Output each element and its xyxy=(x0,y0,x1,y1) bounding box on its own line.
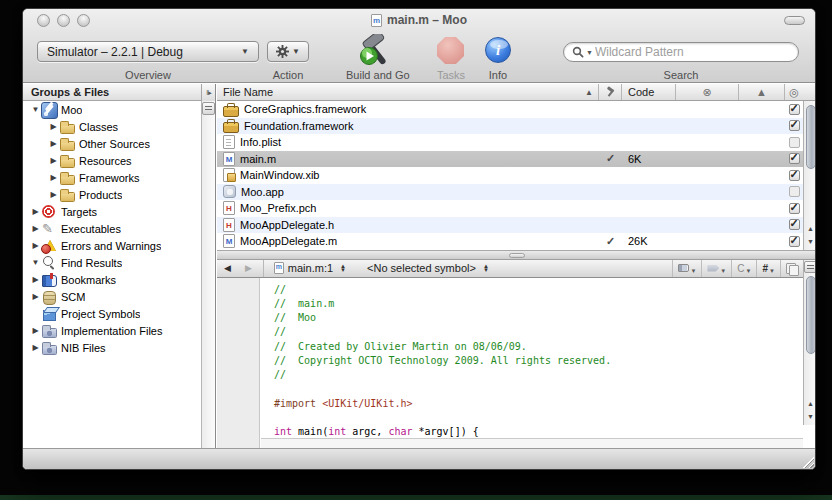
column-warnings[interactable]: ▲ xyxy=(739,84,785,100)
disclosure-triangle[interactable]: ▶ xyxy=(48,122,59,131)
sidebar-item-resources[interactable]: ▶Resources xyxy=(23,152,202,169)
history-back-button[interactable]: ◀ xyxy=(217,263,238,273)
target-membership-checkbox[interactable] xyxy=(789,153,800,164)
scroll-up-arrow[interactable]: ▲ xyxy=(807,397,814,410)
splitter-handle-icon[interactable]: ‖▸ xyxy=(201,84,215,101)
disclosure-triangle[interactable]: ▼ xyxy=(30,105,41,114)
code-size: 6K xyxy=(622,151,676,168)
file-row-info-plist[interactable]: Info.plist xyxy=(217,134,803,151)
sidebar-item-other-sources[interactable]: ▶Other Sources xyxy=(23,135,202,152)
disclosure-triangle[interactable]: ▶ xyxy=(30,207,41,216)
sidebar-item-label: Frameworks xyxy=(79,172,140,184)
action-button[interactable]: ▼ xyxy=(267,41,309,62)
toolbar-toggle-pill[interactable] xyxy=(784,16,805,25)
sidebar-item-moo[interactable]: ▼Moo xyxy=(23,101,202,118)
scroll-up-arrow[interactable]: ▲ xyxy=(807,222,814,235)
info-button[interactable]: i xyxy=(485,37,511,63)
code-size xyxy=(622,118,676,135)
column-build[interactable] xyxy=(599,84,622,100)
column-code[interactable]: Code xyxy=(622,84,676,100)
column-target-membership[interactable]: ◎ xyxy=(785,84,803,100)
file-row-mooappdelegate-m[interactable]: MooAppDelegate.m✓26K xyxy=(217,233,803,250)
sidebar-item-find-results[interactable]: ▼Find Results xyxy=(23,254,202,271)
sidebar-item-classes[interactable]: ▶Classes xyxy=(23,118,202,135)
sidebar-item-scm[interactable]: ▶SCM xyxy=(23,288,202,305)
editor-split-button[interactable] xyxy=(804,261,816,273)
target-membership-checkbox[interactable] xyxy=(789,104,800,115)
symbol-stepper[interactable]: ▲▼ xyxy=(483,264,489,273)
column-errors[interactable]: ⊗ xyxy=(676,84,739,100)
build-checkmark: ✓ xyxy=(606,152,615,165)
search-input[interactable] xyxy=(595,45,790,59)
disclosure-triangle[interactable]: ▶ xyxy=(48,190,59,199)
disclosure-triangle[interactable]: ▶ xyxy=(30,275,41,284)
scrollbar-thumb[interactable] xyxy=(806,276,816,354)
nav-symbol-popup[interactable]: <No selected symbol> xyxy=(367,262,476,274)
file-row-mainwindow-xib[interactable]: MainWindow.xib xyxy=(217,167,803,184)
build-and-go-button[interactable] xyxy=(357,34,395,67)
disclosure-triangle[interactable]: ▶ xyxy=(48,173,59,182)
file-row-main-m[interactable]: main.m✓6K xyxy=(217,151,803,168)
column-file-name[interactable]: File Name ▲ xyxy=(217,84,599,100)
target-membership-checkbox[interactable] xyxy=(789,170,800,181)
preprocessor-menu-button[interactable]: #▼ xyxy=(756,260,780,277)
history-forward-button[interactable]: ▶ xyxy=(238,263,259,273)
sidebar-item-implementation-files[interactable]: ▶Implementation Files xyxy=(23,322,202,339)
target-membership-checkbox[interactable] xyxy=(789,186,800,197)
sidebar-item-bookmarks[interactable]: ▶Bookmarks xyxy=(23,271,202,288)
counterpart-button[interactable] xyxy=(780,260,803,277)
pane-splitter[interactable] xyxy=(217,250,816,260)
editor-navigation-bar: ◀ ▶ main.m:1 ▲▼ <No selected symbol> ▲▼ … xyxy=(217,260,816,278)
sidebar-item-frameworks[interactable]: ▶Frameworks xyxy=(23,169,202,186)
scrollbar-thumb[interactable] xyxy=(806,105,816,169)
nav-file-popup[interactable]: main.m:1 xyxy=(288,262,333,274)
editor-scrollbar[interactable]: ▲ ▼ xyxy=(803,260,816,426)
sidebar-item-errors-and-warnings[interactable]: ▶Errors and Warnings xyxy=(23,237,202,254)
code-editor[interactable]: //// main.m// Moo//// Created by Olivier… xyxy=(217,278,816,439)
target-membership-checkbox[interactable] xyxy=(789,236,800,247)
resize-grip[interactable] xyxy=(801,455,814,468)
disclosure-triangle[interactable]: ▶ xyxy=(48,156,59,165)
scroll-down-arrow[interactable]: ▼ xyxy=(807,410,814,423)
file-row-coregraphics-framework[interactable]: CoreGraphics.framework xyxy=(217,101,803,118)
sidebar-scrollbar[interactable] xyxy=(201,101,215,450)
disclosure-triangle[interactable]: ▶ xyxy=(30,326,41,335)
disclosure-triangle[interactable]: ▶ xyxy=(30,241,41,250)
class-hierarchy-menu-button[interactable]: C▼ xyxy=(731,260,756,277)
sidebar-item-executables[interactable]: ▶Executables xyxy=(23,220,202,237)
sidebar-item-nib-files[interactable]: ▶NIB Files xyxy=(23,339,202,356)
search-field[interactable]: ▼ xyxy=(563,42,799,62)
disclosure-triangle[interactable]: ▶ xyxy=(30,292,41,301)
disclosure-triangle[interactable]: ▶ xyxy=(48,139,59,148)
window-title: main.m – Moo xyxy=(387,13,467,27)
target-membership-checkbox[interactable] xyxy=(789,219,800,230)
document-proxy-icon[interactable] xyxy=(371,14,382,27)
target-membership-checkbox[interactable] xyxy=(789,137,800,148)
sidebar-item-products[interactable]: ▶Products xyxy=(23,186,202,203)
file-name: Foundation.framework xyxy=(244,120,353,132)
overview-popup[interactable]: Simulator – 2.2.1 | Debug ▼ xyxy=(37,41,259,62)
file-table-scrollbar[interactable]: ▲ ▼ xyxy=(803,101,816,250)
sidebar-header[interactable]: Groups & Files xyxy=(23,84,215,101)
disclosure-triangle[interactable]: ▶ xyxy=(30,224,41,233)
breakpoints-menu-button[interactable]: ▼ xyxy=(701,260,731,277)
file-row-moo-app[interactable]: Moo.app xyxy=(217,184,803,201)
file-name: CoreGraphics.framework xyxy=(244,103,366,115)
disclosure-triangle[interactable]: ▶ xyxy=(30,343,41,352)
scroll-down-arrow[interactable]: ▼ xyxy=(807,235,814,248)
file-row-foundation-framework[interactable]: Foundation.framework xyxy=(217,118,803,135)
file-row-moo-prefix-pch[interactable]: Moo_Prefix.pch xyxy=(217,200,803,217)
titlebar[interactable]: main.m – Moo xyxy=(23,9,815,31)
magnifier-icon xyxy=(41,255,58,271)
disclosure-triangle[interactable]: ▼ xyxy=(30,258,41,267)
file-stepper[interactable]: ▲▼ xyxy=(340,264,346,273)
code-text[interactable]: //// main.m// Moo//// Created by Olivier… xyxy=(261,278,803,439)
file-row-mooappdelegate-h[interactable]: MooAppDelegate.h xyxy=(217,217,803,234)
sidebar-display-menu-button[interactable] xyxy=(202,102,215,115)
sidebar-item-project-symbols[interactable]: Project Symbols xyxy=(23,305,202,322)
target-membership-checkbox[interactable] xyxy=(789,203,800,214)
folder-icon xyxy=(59,136,76,152)
target-membership-checkbox[interactable] xyxy=(789,120,800,131)
sidebar-item-targets[interactable]: ▶Targets xyxy=(23,203,202,220)
bookmarks-menu-button[interactable]: ▼ xyxy=(672,260,701,277)
